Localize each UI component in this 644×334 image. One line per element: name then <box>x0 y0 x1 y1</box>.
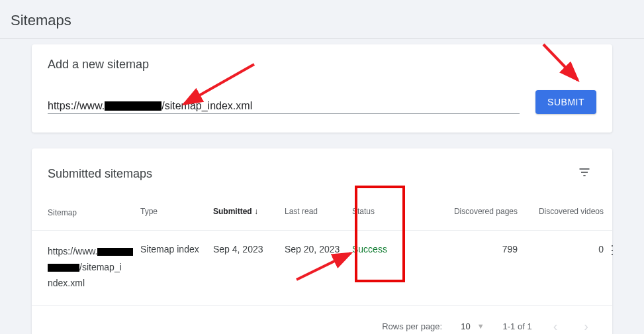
page-title: Sitemaps <box>0 0 644 39</box>
cell-url-prefix: https://www. <box>48 246 97 256</box>
rows-per-page-value: 10 <box>461 321 470 331</box>
table-header: Sitemap Type Submitted ↓ Last read Statu… <box>32 192 612 231</box>
pagination: Rows per page: 10 ▼ 1-1 of 1 ‹ › <box>32 306 612 334</box>
header-pages[interactable]: Discovered pages <box>418 207 518 219</box>
submitted-sitemaps-card: Submitted sitemaps Sitemap Type Submitte… <box>32 148 612 334</box>
header-videos[interactable]: Discovered videos <box>518 207 604 219</box>
redacted-domain <box>105 101 161 111</box>
header-submitted[interactable]: Submitted ↓ <box>213 207 285 219</box>
add-sitemap-title: Add a new sitemap <box>48 58 596 72</box>
redacted-domain-row <box>97 248 133 256</box>
rows-per-page-select[interactable]: 10 ▼ <box>461 321 484 331</box>
cell-pages: 799 <box>418 244 518 254</box>
header-status[interactable]: Status <box>352 207 418 219</box>
cell-submitted: Sep 4, 2023 <box>213 244 285 254</box>
rows-per-page-label: Rows per page: <box>382 321 442 331</box>
cell-status: Success <box>352 244 418 254</box>
sort-desc-icon: ↓ <box>254 207 258 216</box>
sitemap-url-input-wrapper: https://www./sitemap_index.xml <box>48 100 520 114</box>
chevron-down-icon: ▼ <box>477 322 484 330</box>
next-page-button[interactable]: › <box>581 316 591 334</box>
prev-page-button[interactable]: ‹ <box>551 316 561 334</box>
cell-lastread: Sep 20, 2023 <box>285 244 352 254</box>
table-row[interactable]: https://www./sitemap_index.xml Sitemap i… <box>32 231 612 305</box>
header-type[interactable]: Type <box>140 207 213 219</box>
redacted-domain-row2 <box>48 264 79 272</box>
header-lastread[interactable]: Last read <box>285 207 352 219</box>
submit-button[interactable]: SUBMIT <box>535 90 596 114</box>
cell-sitemap: https://www./sitemap_index.xml <box>48 244 140 291</box>
pagination-range: 1-1 of 1 <box>503 321 532 331</box>
filter-icon[interactable] <box>573 160 596 187</box>
add-sitemap-card: Add a new sitemap https://www./sitemap_i… <box>32 44 612 133</box>
cell-videos: 0 <box>518 244 604 254</box>
header-sitemap[interactable]: Sitemap <box>48 207 140 219</box>
url-prefix: https://www. <box>48 100 105 111</box>
more-icon[interactable]: ⋮ <box>604 241 621 259</box>
url-suffix: /sitemap_index.xml <box>161 100 252 111</box>
header-submitted-label: Submitted <box>213 207 252 216</box>
sitemap-url-input[interactable]: https://www./sitemap_index.xml <box>48 100 520 112</box>
submitted-sitemaps-title: Submitted sitemaps <box>48 167 152 181</box>
cell-type: Sitemap index <box>140 244 213 254</box>
